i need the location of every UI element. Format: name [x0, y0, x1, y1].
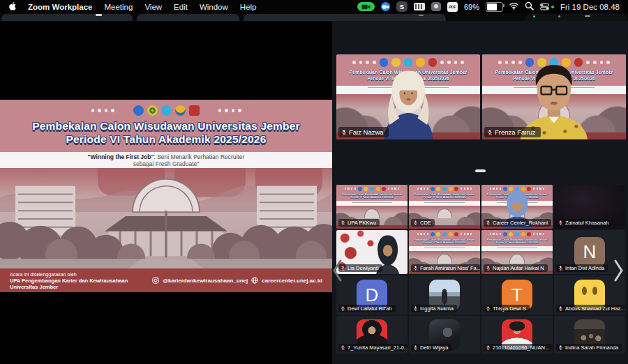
wifi-icon[interactable] — [509, 1, 518, 12]
screen-recording-indicator[interactable] — [357, 2, 375, 11]
keyboard-menubar-icon[interactable] — [414, 3, 425, 10]
slide-title: Pembekalan Calon Wisudawan Universitas J… — [0, 119, 332, 146]
slide-footer: Acara ini diselenggarakan oleh UPA Penge… — [0, 268, 332, 292]
participant-name-label: Frenza Fairuz — [484, 127, 541, 137]
participant-name: UPA PKKwu — [347, 220, 376, 226]
participant-tile[interactable]: Defri Wijaya — [409, 316, 480, 354]
instagram-icon — [152, 277, 159, 284]
muted-mic-icon — [486, 306, 491, 311]
muted-mic-icon — [558, 306, 563, 311]
website-url: careercenter.unej.ac.id — [262, 278, 322, 284]
participant-avatar: N — [574, 237, 605, 268]
shared-screen-panel: Pembekalan Calon Wisudawan Universitas J… — [0, 21, 332, 364]
career-center-logo — [189, 105, 200, 116]
next-participants-page-button[interactable] — [611, 257, 625, 285]
participant-name: Najdan Aufar Haikal N — [493, 265, 544, 271]
muted-mic-icon — [486, 220, 491, 225]
participant-name: Inggita Sukma — [420, 305, 454, 312]
muted-mic-icon — [413, 266, 418, 271]
muted-mic-icon — [558, 345, 563, 350]
participant-tile[interactable]: Pembekalan Calon Wisudawan Universitas J… — [481, 230, 553, 274]
menubar-clock[interactable]: Fri 19 Dec 08.48 — [560, 3, 620, 11]
spotlight-search-icon[interactable] — [525, 1, 534, 12]
instagram-handle: @karierdankewirausahaan_unej — [163, 278, 248, 284]
participant-tile[interactable]: Pembekalan Calon Wisudawan Universitas J… — [481, 185, 553, 229]
slide-header-band: Pembekalan Calon Wisudawan Universitas J… — [0, 100, 332, 152]
participant-name: Thisya Dewi S — [493, 305, 526, 312]
participant-name-label: Zainatul Khasanah — [556, 219, 613, 227]
menu-window[interactable]: Window — [200, 3, 228, 11]
participants-panel: Pembekalan Calon Wisudawan Universitas J… — [332, 21, 628, 364]
participant-name-label: Farah Amiratun Nisa' Fa... — [411, 264, 480, 272]
participant-name: Defri Wijaya — [420, 344, 448, 351]
participant-tile[interactable]: 210110401096_NUAN... — [481, 316, 553, 354]
battery-icon[interactable] — [486, 2, 503, 12]
participant-name-label: Abdus Shamad Zul Haz... — [556, 305, 625, 312]
muted-mic-icon — [558, 220, 563, 225]
participant-name-label: Najdan Aufar Haikal N — [484, 264, 548, 272]
participant-name: Intan Dwi Adinda — [565, 265, 604, 271]
campus-crest-logo — [175, 105, 186, 116]
participant-name-label: 210110401096_NUAN... — [484, 344, 553, 351]
control-center-icon[interactable] — [540, 2, 554, 11]
muted-mic-icon — [413, 345, 418, 350]
menu-help[interactable]: Help — [240, 3, 257, 11]
muted-mic-icon — [487, 130, 493, 135]
participant-name: Frenza Fairuz — [495, 128, 536, 136]
menu-app-name[interactable]: Zoom Workplace — [28, 3, 92, 11]
participant-name: Faiz Nazwa — [349, 128, 384, 136]
participant-tile[interactable]: Inggita Sukma — [409, 275, 480, 314]
participant-name: Lia Dewiyanti — [347, 265, 379, 271]
decor-dots-right — [218, 109, 241, 112]
participant-tile[interactable]: Zainatul Khasanah — [554, 185, 625, 229]
participant-name: Indina Sarah Firmanda — [565, 344, 618, 351]
participant-name: Farah Amiratun Nisa' Fa... — [420, 265, 480, 271]
status-green-dot — [551, 6, 554, 8]
macos-menu-bar: Zoom Workplace Meeting View Edit Window … — [0, 0, 628, 13]
participant-name-label: Dewi Lailatul Rif'ah — [338, 305, 396, 312]
muted-mic-icon — [341, 345, 345, 350]
participant-tile[interactable]: Pembekalan Calon Wisudawan Universitas J… — [482, 54, 626, 139]
ministry-education-logo — [133, 105, 144, 116]
participant-tile[interactable]: Pembekalan Calon Wisudawan Universitas J… — [336, 54, 480, 139]
participant-name: Abdus Shamad Zul Haz... — [565, 305, 625, 312]
muted-mic-icon — [341, 266, 345, 271]
participant-tile[interactable]: 7_Yunita Mayasari_21-0... — [336, 316, 408, 354]
participant-tile[interactable]: Pembekalan Calon Wisudawan Universitas J… — [409, 185, 480, 229]
menu-edit[interactable]: Edit — [174, 3, 188, 11]
muted-mic-icon — [413, 306, 418, 311]
participant-name-label: 7_Yunita Mayasari_21-0... — [338, 344, 408, 351]
participant-tile[interactable]: Pembekalan Calon Wisudawan Universitas J… — [409, 230, 480, 274]
participant-tile[interactable]: Pembekalan Calon Wisudawan Universitas J… — [336, 185, 408, 229]
universitas-jember-logo — [147, 105, 158, 116]
participant-tile[interactable]: DDewi Lailatul Rif'ah — [336, 275, 408, 314]
participant-name-label: Career Center_Rokhani — [484, 219, 551, 227]
participant-name: Career Center_Rokhani — [493, 220, 548, 226]
participant-name: Dewi Lailatul Rif'ah — [347, 305, 392, 312]
participant-name: 7_Yunita Mayasari_21-0... — [347, 344, 408, 351]
zoom-menubar-icon[interactable] — [381, 2, 390, 11]
participant-name-label: Intan Dwi Adinda — [556, 264, 608, 272]
apple-menu-icon[interactable] — [8, 2, 17, 12]
participant-tile[interactable]: Lia Dewiyanti — [336, 230, 408, 274]
decor-dots-left — [91, 109, 114, 112]
participant-tile[interactable]: TThisya Dewi S — [481, 275, 553, 314]
muted-mic-icon — [486, 266, 491, 271]
slide-logo-row — [0, 100, 332, 116]
menu-view[interactable]: View — [144, 3, 162, 11]
participant-name: Zainatul Khasanah — [565, 220, 609, 226]
participant-name-label: Indina Sarah Firmanda — [556, 344, 622, 351]
participant-name: 210110401096_NUAN... — [493, 344, 549, 351]
participant-tile[interactable]: Indina Sarah Firmanda — [554, 316, 625, 354]
slide-subtitle: "Winning the First Job": Seni Menarik Pe… — [0, 152, 332, 168]
assistant-menubar-icon[interactable] — [431, 2, 441, 11]
participant-name-label: Thisya Dewi S — [484, 305, 530, 312]
blu-logo — [161, 105, 172, 116]
muted-mic-icon — [558, 266, 563, 271]
participant-name-label: CDE — [411, 219, 435, 227]
pdf-app-menubar-icon[interactable]: PDF — [447, 2, 458, 12]
s-app-menubar-icon[interactable]: S — [396, 1, 408, 12]
battery-percentage: 69% — [464, 3, 479, 11]
panel-drag-handle[interactable] — [475, 169, 486, 172]
menu-meeting[interactable]: Meeting — [104, 3, 133, 11]
